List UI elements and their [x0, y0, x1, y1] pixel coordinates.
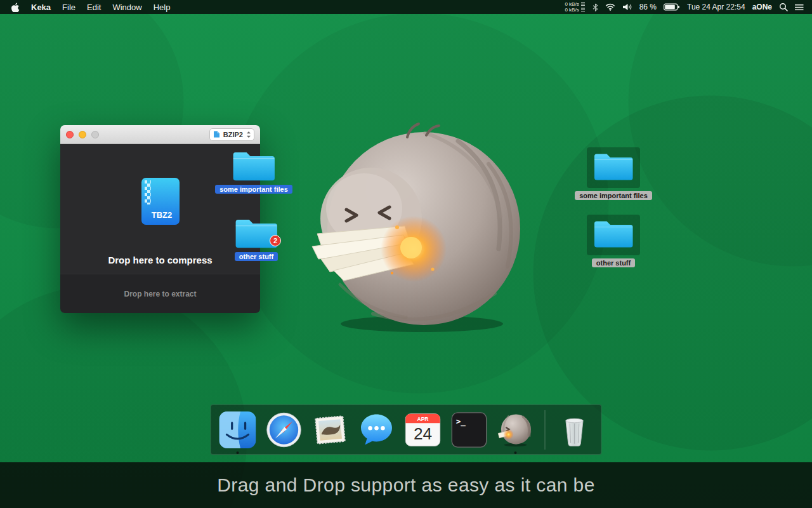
volume-icon[interactable] — [622, 3, 632, 11]
format-value: BZIP2 — [223, 131, 243, 138]
menu-bar: Keka File Edit Window Help 0 kB/s 0 kB/s… — [0, 0, 812, 14]
net-up-value: 0 kB/s — [565, 2, 579, 7]
tbz2-label: TBZ2 — [151, 210, 172, 220]
extract-label: Drop here to extract — [124, 290, 196, 298]
calendar-day: 24 — [414, 424, 432, 443]
selected-icon-backdrop — [587, 215, 640, 255]
apple-menu-icon[interactable] — [8, 3, 25, 12]
menu-bar-left: Keka File Edit Window Help — [0, 3, 176, 12]
mail-stamp-icon — [312, 411, 349, 448]
notification-center-icon[interactable] — [795, 4, 804, 11]
battery-icon[interactable] — [664, 3, 680, 11]
trash-icon — [556, 411, 593, 448]
dock-finder[interactable] — [219, 411, 257, 449]
folder-icon — [593, 218, 634, 250]
tbz2-file-icon: TBZ2 — [141, 177, 180, 225]
terminal-icon: >_ — [451, 411, 488, 448]
desktop-folder-some-important-files[interactable]: some important files — [579, 147, 648, 200]
keka-mascot — [298, 122, 539, 338]
chevron-updown-icon — [246, 130, 251, 139]
desktop-folder-other-stuff[interactable]: other stuff — [579, 215, 648, 267]
calendar-icon: APR 24 — [405, 411, 442, 448]
minimize-button[interactable] — [79, 131, 86, 138]
menu-window[interactable]: Window — [107, 3, 147, 12]
menu-bar-status: 0 kB/s 0 kB/s 86 % Tue 24 Apr 22:54 aONe — [565, 2, 812, 13]
close-button[interactable] — [66, 131, 74, 138]
dock-messages[interactable] — [358, 411, 396, 449]
bluetooth-icon[interactable] — [593, 3, 598, 11]
folder-icon — [593, 150, 634, 182]
safari-icon — [266, 411, 303, 448]
running-indicator — [514, 451, 517, 454]
calendar-month: APR — [417, 415, 429, 422]
folder-icon — [232, 149, 276, 183]
dock-safari[interactable] — [265, 411, 303, 449]
zoom-button[interactable] — [91, 131, 99, 138]
window-titlebar[interactable]: BZIP2 — [60, 125, 260, 144]
spotlight-search-icon[interactable] — [779, 3, 788, 11]
format-selector[interactable]: BZIP2 — [209, 128, 254, 141]
caption-text: Drag and Drop support as easy as it can … — [217, 474, 594, 496]
net-down-bars-icon — [581, 8, 586, 12]
desktop-icon-label: some important files — [575, 191, 652, 200]
dock-keka[interactable] — [497, 411, 535, 449]
net-up-bars-icon — [581, 2, 586, 6]
network-speed-indicator[interactable]: 0 kB/s 0 kB/s — [565, 2, 585, 13]
running-indicator — [237, 451, 239, 454]
messages-icon — [358, 411, 395, 448]
format-doc-icon — [213, 130, 220, 138]
dock-terminal[interactable]: >_ — [450, 411, 488, 449]
dock: APR 24 >_ — [211, 404, 602, 455]
wifi-icon[interactable] — [605, 3, 615, 11]
menu-edit[interactable]: Edit — [81, 3, 107, 12]
menu-help[interactable]: Help — [148, 3, 176, 12]
desktop-icon-label: other stuff — [592, 258, 635, 267]
caption-banner: Drag and Drop support as easy as it can … — [0, 462, 812, 508]
dragged-folder-some-important-files[interactable]: some important files — [222, 149, 285, 194]
drag-label: some important files — [215, 185, 292, 194]
menu-app-name[interactable]: Keka — [25, 3, 56, 12]
selected-icon-backdrop — [587, 147, 640, 188]
menu-file[interactable]: File — [56, 3, 81, 12]
terminal-prompt-glyph: >_ — [456, 416, 466, 426]
dock-mail[interactable] — [311, 411, 350, 449]
dock-separator — [545, 410, 546, 450]
drop-extract-zone[interactable]: Drop here to extract — [60, 274, 260, 313]
keka-app-icon — [497, 411, 534, 448]
drag-count-badge: 2 — [270, 235, 281, 246]
battery-percent: 86 % — [639, 3, 657, 11]
dock-calendar[interactable]: APR 24 — [404, 411, 442, 449]
finder-icon — [219, 411, 256, 448]
dragged-folder-other-stuff[interactable]: 2 other stuff — [225, 216, 288, 261]
menu-clock[interactable]: Tue 24 Apr 22:54 — [687, 3, 745, 11]
fast-user-switch[interactable]: aONe — [752, 3, 772, 11]
dock-trash[interactable] — [556, 411, 594, 449]
net-down-value: 0 kB/s — [565, 8, 579, 13]
drag-label: other stuff — [235, 252, 278, 261]
